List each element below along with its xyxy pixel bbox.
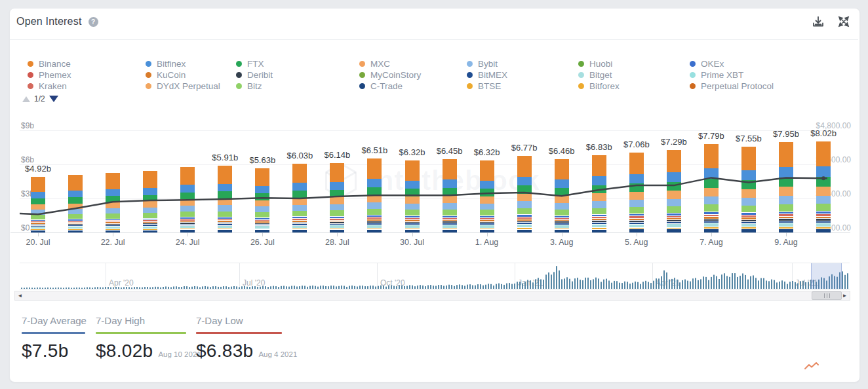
legend-item-btse[interactable]: BTSE: [467, 81, 507, 92]
legend-item-deribit[interactable]: Deribit: [236, 69, 273, 81]
legend-dot-icon: [578, 61, 584, 67]
stacked-bar-jul-21[interactable]: [68, 175, 83, 232]
stacked-bar-jul-26[interactable]: [255, 168, 269, 232]
legend-item-huobi[interactable]: Huobi: [578, 58, 620, 69]
x-axis-tick: [786, 232, 787, 236]
expand-icon[interactable]: [837, 15, 850, 28]
stacked-bar-jul-31[interactable]: [443, 159, 457, 232]
scroll-left-icon[interactable]: ◄: [15, 291, 25, 300]
stacked-bar-aug-4[interactable]: [592, 155, 606, 232]
legend-item-bitmex[interactable]: BitMEX: [467, 69, 507, 81]
triangle-up-icon[interactable]: [22, 96, 30, 102]
segment-ftx: [255, 193, 269, 200]
legend-item-perpetual-protocol[interactable]: Perpetual Protocol: [690, 81, 774, 92]
stacked-bar-aug-9[interactable]: [779, 142, 793, 232]
legend-item-okex[interactable]: OKEx: [690, 58, 774, 69]
legend-item-bybit[interactable]: Bybit: [467, 58, 507, 69]
segment-ftx: [480, 189, 494, 196]
stacked-bar-jul-22[interactable]: [106, 173, 120, 232]
segment-bybit: [31, 210, 45, 215]
legend-item-bitforex[interactable]: Bitforex: [578, 81, 620, 92]
navigator[interactable]: Apr '20Jul '20Oct '20Jan '21Apr '21Jul '…: [20, 263, 850, 289]
x-axis-tick: [187, 232, 188, 236]
segment-ftx: [218, 191, 232, 198]
legend-item-phemex[interactable]: Phemex: [28, 69, 71, 81]
legend-item-label: Phemex: [39, 70, 71, 80]
segment-bitz: [106, 213, 120, 218]
stacked-bar-aug-5[interactable]: [629, 153, 644, 232]
legend-dot-icon: [467, 72, 473, 78]
stacked-bar-jul-27[interactable]: [292, 164, 307, 232]
legend-dot-icon: [690, 72, 696, 78]
x-axis-label: 1. Aug: [466, 238, 508, 247]
segment-bitz: [367, 209, 382, 215]
legend-item-c-trade[interactable]: C-Trade: [359, 81, 421, 92]
segment-dydx-perpetual: [330, 197, 344, 204]
legend-item-bitfinex[interactable]: Bitfinex: [146, 58, 220, 69]
stacked-bar-aug-7[interactable]: [704, 144, 719, 232]
segment-bitz: [330, 210, 344, 216]
segment-dydx-perpetual: [779, 187, 793, 196]
legend-item-kraken[interactable]: Kraken: [28, 81, 71, 92]
stacked-bar-jul-24[interactable]: [180, 167, 195, 232]
scrollbar-track[interactable]: ◄ ►: [14, 291, 850, 301]
segment-c-trade: [704, 229, 719, 232]
stacked-bar-aug-3[interactable]: [555, 159, 569, 232]
stacked-bar-jul-23[interactable]: [143, 171, 157, 232]
segment-bitfinex: [367, 179, 382, 187]
legend-item-bitget[interactable]: Bitget: [578, 69, 620, 81]
legend-item-dydx-perpetual[interactable]: DYdX Perpetual: [146, 81, 220, 92]
stacked-bar-jul-30[interactable]: [405, 160, 420, 232]
stacked-bar-jul-28[interactable]: [330, 163, 344, 232]
scrollbar-thumb[interactable]: [812, 291, 842, 300]
legend-dot-icon: [359, 72, 365, 78]
stacked-bar-jul-20[interactable]: [31, 177, 45, 232]
segment-ftx: [330, 190, 344, 197]
legend-item-label: Prime XBT: [701, 70, 743, 80]
stacked-bar-jul-29[interactable]: [367, 158, 382, 232]
legend-item-bitz[interactable]: Bitz: [236, 81, 273, 92]
segment-bybit: [180, 206, 195, 212]
segment-bitz: [31, 215, 45, 219]
download-icon[interactable]: [812, 15, 825, 28]
legend-item-label: BTSE: [478, 81, 501, 91]
navigator-selection[interactable]: [811, 263, 842, 289]
legend-item-mycoinstory[interactable]: MyCoinStory: [359, 69, 421, 81]
question-mark-icon[interactable]: ?: [89, 17, 98, 27]
legend-item-mxc[interactable]: MXC: [359, 58, 421, 69]
segment-bitfinex: [143, 188, 157, 195]
stacked-bar-jul-25[interactable]: [218, 166, 232, 232]
bar-value-label: $6.51b: [353, 145, 395, 155]
stacked-bar-aug-1[interactable]: [480, 160, 494, 232]
bar-value-label: $6.14b: [316, 150, 358, 160]
legend-item-binance[interactable]: Binance: [28, 58, 71, 69]
segment-ftx: [592, 185, 606, 193]
legend-item-label: Deribit: [247, 70, 273, 80]
triangle-down-icon[interactable]: [49, 96, 58, 102]
bar-value-label: $7.79b: [690, 131, 732, 141]
segment-bitfinex: [255, 186, 269, 193]
stacked-bar-aug-2[interactable]: [517, 156, 532, 232]
segment-dydx-perpetual: [405, 196, 420, 204]
segment-bitz: [443, 210, 457, 215]
segment-ftx: [405, 189, 420, 196]
segment-dydx-perpetual: [180, 199, 195, 206]
segment-binance: [143, 171, 157, 188]
legend-item-ftx[interactable]: FTX: [236, 58, 273, 69]
legend-dot-icon: [578, 72, 584, 78]
segment-dydx-perpetual: [592, 193, 606, 201]
legend-column: BitfinexKuCoinDYdX Perpetual: [146, 58, 220, 92]
legend-item-kucoin[interactable]: KuCoin: [146, 69, 220, 81]
navigator-mini-bars: [20, 263, 850, 289]
stacked-bar-aug-8[interactable]: [741, 147, 756, 232]
stat-7-day-average: 7-Day Average $7.5b: [22, 315, 85, 361]
segment-dydx-perpetual: [292, 198, 307, 204]
legend-item-prime-xbt[interactable]: Prime XBT: [690, 69, 774, 81]
x-axis-label: 30. Jul: [391, 238, 433, 247]
stacked-bar-aug-10[interactable]: [816, 141, 831, 232]
x-axis-line: [10, 232, 850, 233]
segment-dydx-perpetual: [816, 187, 831, 196]
stacked-bar-aug-6[interactable]: [667, 150, 681, 232]
legend-item-label: Kraken: [39, 81, 67, 91]
legend-item-label: BitMEX: [478, 70, 507, 80]
